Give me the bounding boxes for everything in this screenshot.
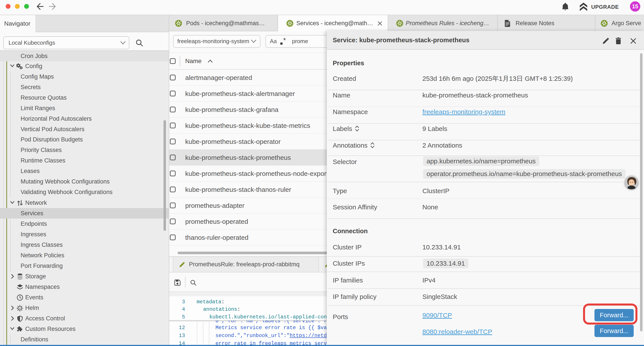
svg-text:H: H bbox=[19, 308, 20, 310]
